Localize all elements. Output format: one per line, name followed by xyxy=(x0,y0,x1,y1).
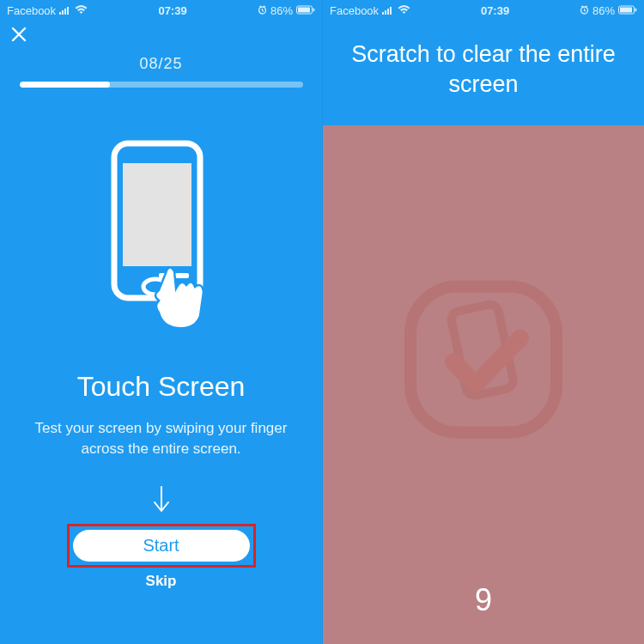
scratch-instruction: Scratch to clear the entire screen xyxy=(323,21,644,125)
status-bar: Facebook 07:39 86% xyxy=(323,0,644,21)
status-bar: Facebook 07:39 86% xyxy=(0,0,322,21)
svg-rect-19 xyxy=(635,8,637,11)
svg-rect-12 xyxy=(382,12,384,15)
countdown-number: 9 xyxy=(475,582,492,618)
svg-rect-18 xyxy=(620,7,632,12)
status-left: Facebook xyxy=(7,4,88,17)
phone-check-icon xyxy=(393,270,574,450)
svg-rect-13 xyxy=(385,10,386,15)
status-right: 86% xyxy=(258,4,315,17)
arrow-down-icon xyxy=(0,485,322,520)
status-right: 86% xyxy=(580,4,637,17)
test-description: Test your screen by swiping your finger … xyxy=(0,418,322,459)
scratch-test-screen: Facebook 07:39 86% Scratch to clear the … xyxy=(322,0,644,644)
skip-button[interactable]: Skip xyxy=(0,573,322,590)
progress-fill xyxy=(20,82,111,88)
diagnostic-intro-screen: Facebook 07:39 86% 08/25 xyxy=(0,0,322,644)
test-title: Touch Screen xyxy=(0,371,322,403)
status-time: 07:39 xyxy=(158,4,186,17)
battery-icon xyxy=(296,4,315,17)
signal-icon xyxy=(382,4,394,17)
svg-rect-0 xyxy=(59,12,61,15)
progress-counter: 08/25 xyxy=(0,55,322,73)
battery-percent: 86% xyxy=(270,4,293,17)
progress-section: 08/25 xyxy=(0,55,322,88)
close-button[interactable] xyxy=(0,21,322,50)
start-button-highlight: Start xyxy=(67,524,256,568)
alarm-icon xyxy=(580,4,589,17)
wifi-icon xyxy=(75,4,88,17)
status-time: 07:39 xyxy=(481,4,509,17)
alarm-icon xyxy=(258,4,267,17)
svg-rect-15 xyxy=(390,7,392,15)
svg-rect-7 xyxy=(313,8,315,11)
svg-rect-3 xyxy=(67,7,69,15)
battery-percent: 86% xyxy=(592,4,615,17)
battery-icon xyxy=(618,4,637,17)
scratch-surface[interactable]: 9 xyxy=(323,125,644,644)
status-left: Facebook xyxy=(330,4,410,17)
start-button[interactable]: Start xyxy=(73,530,250,562)
touch-screen-illustration xyxy=(88,139,234,337)
svg-rect-2 xyxy=(64,9,66,15)
svg-rect-1 xyxy=(62,10,64,15)
svg-rect-6 xyxy=(298,7,310,12)
progress-bar xyxy=(20,82,303,88)
svg-rect-9 xyxy=(123,163,191,266)
wifi-icon xyxy=(398,4,410,17)
signal-icon xyxy=(59,4,71,17)
svg-rect-14 xyxy=(387,9,389,15)
carrier-label: Facebook xyxy=(7,4,56,17)
carrier-label: Facebook xyxy=(330,4,379,17)
